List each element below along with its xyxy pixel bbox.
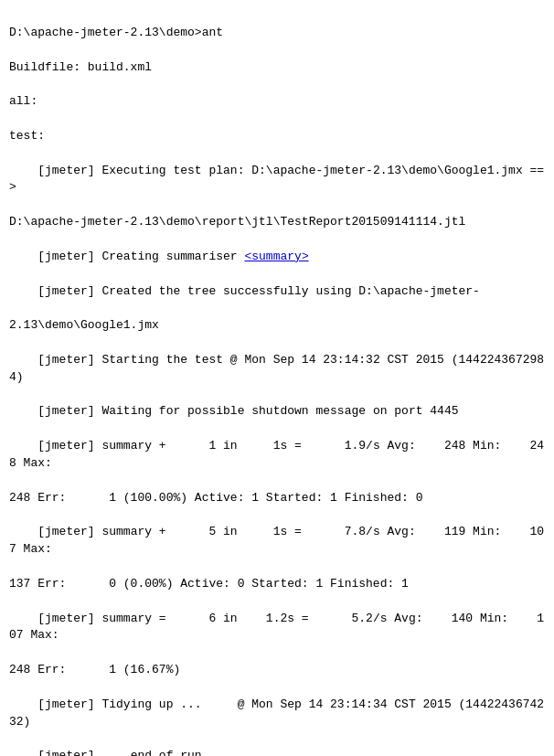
terminal-line-17: 248 Err: 1 (16.67%) [9,663,180,676]
terminal-line-14: [jmeter] summary + 5 in 1s = 7.8/s Avg: … [9,525,544,556]
terminal-line-6: D:\apache-jmeter-2.13\demo\report\jtl\Te… [9,215,465,229]
terminal-line-19: [jmeter] ... end of run [9,749,202,756]
summary-link-1[interactable]: <summary> [244,250,308,263]
terminal-line-9: 2.13\demo\Google1.jmx [9,318,159,332]
terminal-line-1: D:\apache-jmeter-2.13\demo>ant [9,26,223,39]
terminal-line-3: all: [9,94,37,108]
terminal-line-4: test: [9,129,45,143]
terminal-line-18: [jmeter] Tidying up ... @ Mon Sep 14 23:… [9,697,544,729]
terminal-line-11: [jmeter] Waiting for possible shutdown m… [9,404,459,418]
terminal-line-10: [jmeter] Starting the test @ Mon Sep 14 … [9,353,544,384]
terminal-line-16: [jmeter] summary = 6 in 1.2s = 5.2/s Avg… [9,612,544,643]
terminal-line-7: [jmeter] Creating summariser <summary> [9,250,309,263]
terminal-line-8: [jmeter] Created the tree successfully u… [9,284,480,298]
terminal-line-15: 137 Err: 0 (0.00%) Active: 0 Started: 1 … [9,577,409,591]
terminal-line-12: [jmeter] summary + 1 in 1s = 1.9/s Avg: … [9,439,544,470]
terminal-line-13: 248 Err: 1 (100.00%) Active: 1 Started: … [9,491,422,505]
terminal-line-2: Buildfile: build.xml [9,60,152,74]
terminal-line-5: [jmeter] Executing test plan: D:\apache-… [9,164,544,195]
terminal-output: D:\apache-jmeter-2.13\demo>ant Buildfile… [0,0,554,756]
